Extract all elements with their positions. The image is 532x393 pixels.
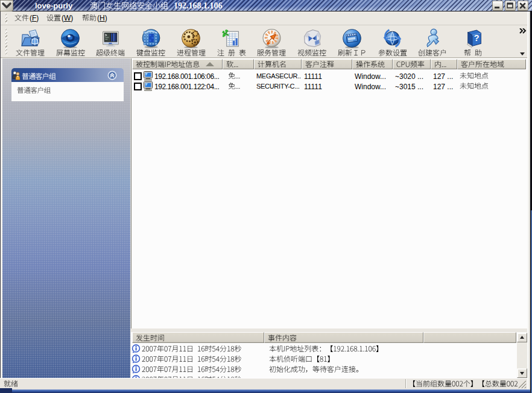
svg-text:?: ? — [474, 33, 480, 43]
